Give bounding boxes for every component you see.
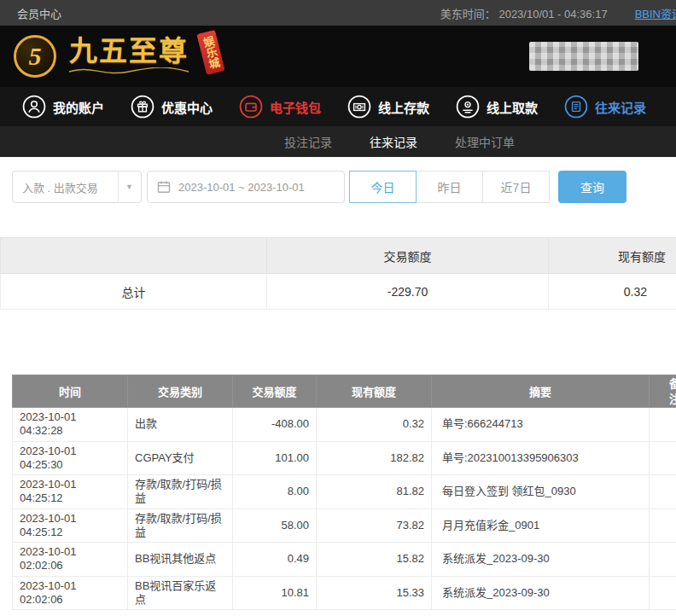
cell-note [650, 441, 676, 475]
summary-col-balance: 现有额度 [549, 238, 676, 274]
col-summary: 摘要 [432, 375, 650, 408]
tab-transaction-records[interactable]: 往来记录 [370, 133, 417, 150]
nav-item-transaction-records[interactable]: 往来记录 [564, 95, 646, 119]
nav-item-promotions[interactable]: 优惠中心 [131, 95, 213, 119]
cell-type: 存款/取款/打码/损益 [128, 508, 233, 543]
total-amount: -229.70 [267, 274, 549, 310]
quick-last7days-button[interactable]: 近7日 [482, 171, 550, 203]
select-value: 入款 . 出款交易 [22, 179, 98, 195]
nav-item-withdraw[interactable]: 线上取款 [456, 95, 538, 119]
col-time: 时间 [13, 375, 128, 408]
subnav-group: 投注记录 往来记录 处理中订单 [284, 133, 515, 150]
censored-username-block [529, 42, 638, 71]
chevron-down-icon: ▼ [118, 171, 133, 203]
logo-emblem-icon: 5 [14, 35, 56, 78]
site-logo[interactable]: 5 九五至尊 娱乐城 [14, 35, 220, 78]
nav-label: 往来记录 [595, 98, 646, 116]
cell-summary: 系统派发_2023-09-30 [432, 543, 650, 577]
cell-amount: -408.00 [233, 408, 317, 442]
cell-type: CGPAY支付 [128, 441, 233, 475]
cell-type: BB视讯百家乐返点 [128, 576, 233, 610]
cell-note [650, 508, 676, 543]
records-header-row: 时间 交易类别 交易额度 现有额度 摘要 备注 [13, 375, 676, 408]
cell-time: 2023-10-01 02:02:06 [13, 576, 128, 610]
deposit-icon [347, 95, 371, 119]
record-row: 2023-10-01 02:02:06 BB视讯其他返点 0.49 15.82 … [13, 543, 676, 577]
record-row: 2023-10-01 02:02:06 BB视讯百家乐返点 10.81 15.3… [13, 576, 676, 610]
cell-balance: 81.82 [317, 475, 432, 509]
col-note-label: 备注 [669, 376, 676, 406]
quick-today-button[interactable]: 今日 [349, 171, 417, 203]
server-time: 美东时间： 2023/10/01 - 04:36:17 [440, 5, 608, 21]
topbar-right: 美东时间： 2023/10/01 - 04:36:17 BBIN资讯 [440, 5, 676, 21]
cell-amount: 58.00 [233, 508, 317, 543]
logo-bar: 5 九五至尊 娱乐城 [0, 26, 676, 87]
summary-total-row: 总计 -229.70 0.32 [1, 274, 676, 310]
brand-name: 九五至尊 [69, 38, 189, 66]
record-row: 2023-10-01 04:25:12 存款/取款/打码/损益 58.00 73… [13, 508, 676, 543]
nav-item-deposit[interactable]: 线上存款 [347, 95, 429, 119]
gift-icon [131, 95, 154, 119]
cell-summary: 每日登入签到 领红包_0930 [432, 475, 650, 509]
records-table: 时间 交易类别 交易额度 现有额度 摘要 备注 2023-10-01 04:32… [12, 375, 676, 610]
transaction-type-select[interactable]: 入款 . 出款交易 ▼ [12, 171, 142, 203]
date-range-picker[interactable]: 2023-10-01 ~ 2023-10-01 [147, 171, 345, 203]
nav-label: 优惠中心 [161, 98, 213, 116]
cell-time: 2023-10-01 04:32:28 [13, 408, 128, 442]
quick-range-group: 今日 昨日 近7日 [350, 171, 550, 203]
summary-col-amount: 交易额度 [267, 238, 549, 274]
nav-item-my-account[interactable]: 我的账户 [22, 95, 104, 119]
date-range-value: 2023-10-01 ~ 2023-10-01 [178, 181, 305, 194]
total-balance: 0.32 [549, 274, 676, 310]
cell-balance: 15.82 [317, 543, 432, 577]
col-balance: 现有额度 [317, 375, 432, 408]
summary-header-row: 交易额度 现有额度 [1, 238, 676, 274]
top-bar: 会员中心 美东时间： 2023/10/01 - 04:36:17 BBIN资讯 [0, 0, 676, 26]
cell-note [650, 408, 676, 442]
tab-bet-records[interactable]: 投注记录 [284, 133, 332, 150]
records-table-wrapper: 时间 交易类别 交易额度 现有额度 摘要 备注 2023-10-01 04:32… [12, 375, 676, 610]
cell-balance: 182.82 [317, 441, 432, 475]
cell-time: 2023-10-01 04:25:12 [13, 475, 128, 509]
total-label: 总计 [1, 274, 267, 310]
cell-amount: 8.00 [233, 475, 317, 509]
summary-table: 交易额度 现有额度 总计 -229.70 0.32 [0, 237, 676, 310]
cell-balance: 15.33 [317, 576, 432, 610]
cell-summary: 月月充值彩金_0901 [432, 508, 650, 543]
cell-time: 2023-10-01 04:25:30 [13, 441, 128, 475]
cell-summary: 单号:202310013395906303 [432, 441, 650, 475]
record-row: 2023-10-01 04:32:28 出款 -408.00 0.32 单号:6… [13, 408, 676, 442]
search-button[interactable]: 查询 [558, 171, 626, 203]
time-label: 美东时间： [440, 8, 496, 20]
cell-balance: 0.32 [317, 408, 432, 442]
cell-amount: 10.81 [233, 576, 317, 610]
brand-text-block: 九五至尊 [65, 38, 193, 76]
nav-item-ewallet[interactable]: 电子钱包 [239, 95, 321, 119]
nav-label: 电子钱包 [270, 98, 321, 116]
time-value: 2023/10/01 - 04:36:17 [498, 8, 607, 20]
tab-processing-orders[interactable]: 处理中订单 [455, 133, 515, 150]
cell-note [650, 543, 676, 577]
nav-label: 线上存款 [378, 98, 429, 116]
cell-type: 存款/取款/打码/损益 [128, 475, 233, 509]
withdraw-icon [456, 95, 480, 119]
sub-navigation: 投注记录 往来记录 处理中订单 [0, 126, 676, 157]
summary-col-empty [1, 238, 267, 274]
flourish-icon [65, 67, 193, 76]
member-center-label: 会员中心 [17, 5, 61, 21]
cell-note [650, 576, 676, 610]
col-note: 备注 [650, 375, 676, 408]
cell-note [650, 475, 676, 509]
cell-type: 出款 [128, 408, 233, 442]
quick-yesterday-button[interactable]: 昨日 [416, 171, 483, 203]
user-icon [22, 95, 46, 119]
record-row: 2023-10-01 04:25:30 CGPAY支付 101.00 182.8… [13, 441, 676, 475]
cell-amount: 0.49 [233, 543, 317, 577]
bbin-news-link[interactable]: BBIN资讯 [635, 5, 676, 21]
filter-bar: 入款 . 出款交易 ▼ 2023-10-01 ~ 2023-10-01 今日 昨… [0, 157, 676, 203]
col-amount: 交易额度 [233, 375, 317, 408]
cell-time: 2023-10-01 04:25:12 [13, 508, 128, 543]
records-icon [564, 95, 588, 119]
cell-type: BB视讯其他返点 [128, 543, 233, 577]
wallet-icon [239, 95, 263, 119]
